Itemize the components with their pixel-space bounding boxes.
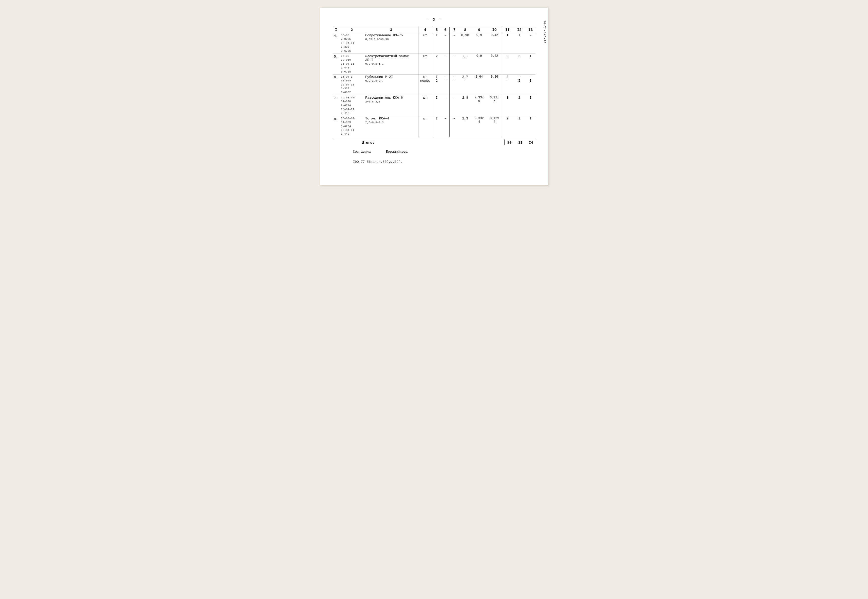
row-col13: –I bbox=[526, 74, 536, 95]
row-col8: 2,7– bbox=[459, 74, 471, 95]
row-col10: 0,I2х6 bbox=[487, 95, 502, 116]
col-header-4: 4 bbox=[418, 27, 432, 33]
side-stamp: 36-71-146-90 bbox=[543, 20, 546, 44]
table-row: 8. I5–03–67г04–0098–6734I5–04–III–448 То… bbox=[333, 116, 536, 137]
row-col13: I bbox=[526, 95, 536, 116]
col-header-8: 8 bbox=[459, 27, 471, 33]
row-col11: 2 bbox=[502, 54, 513, 74]
row-col11: 3 bbox=[502, 95, 513, 116]
row-col9: 0,9 bbox=[472, 54, 487, 74]
row-col12: I bbox=[513, 33, 526, 54]
row-codes: I5–03–67г04–0I08–6734I5–04–III–448 bbox=[339, 95, 364, 116]
col-header-7: 7 bbox=[450, 27, 459, 33]
col-header-5: 5 bbox=[432, 27, 442, 33]
row-col7: – bbox=[450, 95, 459, 116]
row-col5: I bbox=[432, 33, 442, 54]
row-codes: 36–052–0295I5–04–III–3938–6735 bbox=[339, 33, 364, 54]
row-col6: – bbox=[442, 54, 450, 74]
page-number: - 2 - bbox=[333, 18, 536, 22]
table-header: I 2 3 4 5 6 7 8 9 IO II I2 I3 bbox=[333, 27, 536, 33]
row-col6: –– bbox=[442, 74, 450, 95]
row-name: То же, КСА–4I,5+0,8=2,3 bbox=[364, 116, 418, 137]
row-col7: – bbox=[450, 33, 459, 54]
table-row: 7. I5–03–67г04–0I08–6734I5–04–III–448 Ра… bbox=[333, 95, 536, 116]
row-col12: I bbox=[513, 116, 526, 137]
row-col8: I,I bbox=[459, 54, 471, 74]
row-col9: 0,33х6 bbox=[472, 95, 487, 116]
document-reference: I90.77–56кальк.50бум.ЭСП. bbox=[333, 160, 536, 164]
row-col7: –– bbox=[450, 74, 459, 95]
row-col13: I bbox=[526, 54, 536, 74]
row-name: Рубильник Р–2I0,9+I,8=2,7 bbox=[364, 74, 418, 95]
col-header-2: 2 bbox=[339, 27, 364, 33]
row-col7: – bbox=[450, 116, 459, 137]
row-col11: 3– bbox=[502, 74, 513, 95]
row-col9: 0,9 bbox=[472, 33, 487, 54]
col-header-9: 9 bbox=[472, 27, 487, 33]
row-name: Сопротивление ПЗ–750,33+0,65=0,98 bbox=[364, 33, 418, 54]
row-col12: 2 bbox=[513, 54, 526, 74]
row-col11: 2 bbox=[502, 116, 513, 137]
footer-section: Составила Борышникова bbox=[333, 150, 536, 154]
table-row: 6. I5–04–I02–005I5–04–III–33I8–6682 Руби… bbox=[333, 74, 536, 95]
row-col12: 2 bbox=[513, 95, 526, 116]
row-number: 4. bbox=[333, 33, 339, 54]
totals-row: Итого: 80 3I I4 bbox=[333, 138, 536, 145]
row-number: 5. bbox=[333, 54, 339, 74]
row-col5: I bbox=[432, 116, 442, 137]
row-codes: I5–03–67г04–0098–6734I5–04–III–448 bbox=[339, 116, 364, 137]
row-col12: –I bbox=[513, 74, 526, 95]
author-name: Борышникова bbox=[386, 150, 408, 154]
row-col5: I2 bbox=[432, 74, 442, 95]
row-number: 8. bbox=[333, 116, 339, 137]
main-table: I 2 3 4 5 6 7 8 9 IO II I2 I3 4. 36–052–… bbox=[333, 27, 536, 137]
row-col6: – bbox=[442, 33, 450, 54]
row-col10: 0,26 bbox=[487, 74, 502, 95]
row-col11: I bbox=[502, 33, 513, 54]
row-unit: шт bbox=[418, 95, 432, 116]
row-unit: штполюс bbox=[418, 74, 432, 95]
row-col13: – bbox=[526, 33, 536, 54]
row-col5: 2 bbox=[432, 54, 442, 74]
col-header-10: IO bbox=[487, 27, 502, 33]
row-col5: I bbox=[432, 95, 442, 116]
row-col13: I bbox=[526, 116, 536, 137]
row-name: Разъединитель КСА–62+0,8=2,8 bbox=[364, 95, 418, 116]
row-col6: – bbox=[442, 116, 450, 137]
row-unit: шт bbox=[418, 33, 432, 54]
row-col10: 0,42 bbox=[487, 33, 502, 54]
row-col7: – bbox=[450, 54, 459, 74]
row-col6: – bbox=[442, 95, 450, 116]
row-unit: шт bbox=[418, 116, 432, 137]
row-col8: 2,3 bbox=[459, 116, 471, 137]
col-header-12: I2 bbox=[513, 27, 526, 33]
row-col9: 0,64 bbox=[472, 74, 487, 95]
row-codes: I5–03I0–050I5–04–III–4488–6735 bbox=[339, 54, 364, 74]
document-page: - 2 - 36-71-146-90 I 2 3 4 5 6 bbox=[320, 8, 548, 185]
row-number: 7. bbox=[333, 95, 339, 116]
row-col8: 0,98 bbox=[459, 33, 471, 54]
compiled-label: Составила bbox=[353, 150, 371, 154]
row-col9: 0,33х4 bbox=[472, 116, 487, 137]
row-col8: 2,8 bbox=[459, 95, 471, 116]
table-row: 4. 36–052–0295I5–04–III–3938–6735 Сопрот… bbox=[333, 33, 536, 54]
col-header-6: 6 bbox=[442, 27, 450, 33]
row-unit: шт bbox=[418, 54, 432, 74]
col-header-11: II bbox=[502, 27, 513, 33]
col-header-3: 3 bbox=[364, 27, 418, 33]
row-col10: 0,I2х4 bbox=[487, 116, 502, 137]
table-row: 5. I5–03I0–050I5–04–III–4488–6735 Электр… bbox=[333, 54, 536, 74]
row-number: 6. bbox=[333, 74, 339, 95]
row-col10: 0,42 bbox=[487, 54, 502, 74]
row-codes: I5–04–I02–005I5–04–III–33I8–6682 bbox=[339, 74, 364, 95]
col-header-13: I3 bbox=[526, 27, 536, 33]
col-header-1: I bbox=[333, 27, 339, 33]
row-name: Электромагнитный замокЗБ–I0,3+0,8=I,I bbox=[364, 54, 418, 74]
